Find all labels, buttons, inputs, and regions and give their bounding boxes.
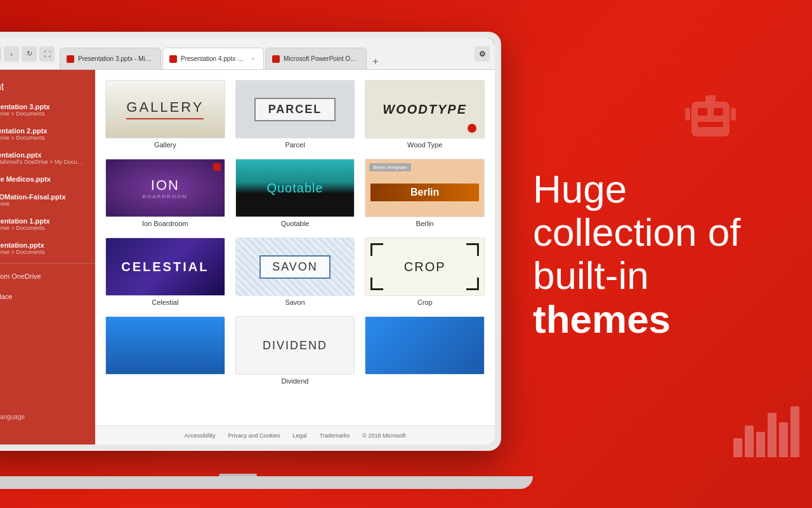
tab-new-button[interactable]: + (368, 54, 383, 69)
theme-thumb-gallery: GALLERY (105, 80, 225, 138)
settings-icon[interactable]: ⚙ (475, 46, 490, 62)
chart-deco (733, 406, 799, 457)
theme-name-celestial: Celestial (105, 298, 225, 306)
footer-link-3[interactable]: Legal (293, 432, 307, 439)
theme-item-quotable[interactable]: Quotable Quotable (235, 159, 355, 227)
theme-name-woodtype: Wood Type (365, 141, 485, 149)
theme-thumb-crop: CROP (365, 237, 485, 296)
theme-name-ion: Ion Boardroom (105, 220, 225, 227)
theme-dividend-text: DIVIDEND (263, 339, 327, 352)
headline-normal: Huge collection of built-in (533, 167, 740, 297)
theme-thumb-celestial: CELESTIAL (105, 237, 225, 296)
crop-corner-tl (370, 243, 383, 256)
theme-name-crop: Crop (365, 298, 485, 306)
headline-bold: themes (533, 297, 671, 340)
theme-item-savon[interactable]: SAVON Savon (235, 237, 355, 306)
theme-gallery-text: GALLERY (126, 99, 204, 119)
theme-thumb-quotable: Quotable (235, 159, 355, 217)
theme-item-celestial[interactable]: CELESTIAL Celestial (105, 237, 225, 306)
theme-item-dividend[interactable]: DIVIDEND Dividend (235, 316, 355, 385)
sidebar-divider (0, 263, 95, 264)
theme-thumb-blue2 (365, 316, 485, 375)
theme-parcel-box: PARCEL (254, 98, 336, 121)
sidebar-item-name-2: esentation 2.pptx (0, 127, 86, 135)
svg-rect-3 (698, 122, 723, 127)
theme-crop-text: CROP (404, 260, 446, 274)
sidebar-link-1[interactable]: n from OneDrive (0, 266, 95, 286)
browser-nav: ‹ › ↻ ⛶ (0, 46, 55, 62)
browser-tab-1[interactable]: Presentation 3.pptx - Microsoft PowerPoi… (60, 48, 161, 69)
sidebar-item-path-5: neDrive (0, 201, 86, 207)
sidebar-item-name-1: resentation 3.pptx (0, 103, 86, 110)
footer-link-1[interactable]: Accessibility (185, 432, 216, 439)
tab-label-1: Presentation 3.pptx - Microsoft PowerPoi… (78, 55, 154, 62)
theme-savon-text: SAVON (272, 260, 318, 273)
sidebar-item-5[interactable]: UTOMation-Faisal.pptx neDrive (0, 188, 95, 212)
theme-berlin-bar: Berlin (370, 184, 479, 201)
crop-corner-tr (466, 243, 479, 256)
svg-rect-2 (714, 108, 723, 116)
sidebar-item-7[interactable]: resentation.pptx neDrive > Documents (0, 236, 95, 260)
theme-ion-text: ION (143, 177, 188, 194)
sidebar-item-2[interactable]: esentation 2.pptx neDrive > Documents (0, 122, 95, 146)
nav-forward[interactable]: › (4, 46, 19, 62)
nav-back[interactable]: ‹ (0, 46, 1, 62)
theme-item-ion[interactable]: ION BOARDROOM Ion Boardroom (105, 159, 225, 227)
theme-item-gallery[interactable]: GALLERY Gallery (105, 80, 225, 149)
theme-woodtype-text: WOODTYPE (383, 102, 467, 117)
nav-fullscreen[interactable]: ⛶ (39, 46, 55, 62)
footer-link-4[interactable]: Trademarks (320, 432, 350, 439)
svg-rect-6 (705, 95, 716, 103)
footer-link-2[interactable]: Privacy and Cookies (228, 432, 280, 439)
theme-name-berlin: Berlin (365, 220, 485, 227)
theme-name-parcel: Parcel (235, 141, 355, 149)
svg-rect-4 (685, 108, 690, 121)
theme-name-quotable: Quotable (235, 220, 355, 227)
theme-thumb-savon: SAVON (235, 237, 355, 296)
theme-item-crop[interactable]: CROP Crop (365, 237, 485, 306)
theme-thumb-berlin: Berlin template Berlin (365, 159, 485, 217)
theme-berlin-label: Berlin template (369, 163, 410, 171)
headline-text: Huge collection of built-in themes (533, 168, 774, 341)
theme-item-blue1[interactable] (105, 316, 225, 385)
theme-thumb-parcel: PARCEL (235, 80, 355, 138)
tab-label-3: Microsoft PowerPoint Online - Work toget… (284, 55, 360, 62)
browser-tab-3[interactable]: Microsoft PowerPoint Online - Work toget… (265, 48, 367, 69)
theme-grid: GALLERY Gallery PARCEL Parcel (105, 80, 485, 385)
sidebar-item-path-2: neDrive > Documents (0, 135, 86, 141)
sidebar-item-path-7: neDrive > Documents (0, 249, 86, 255)
theme-ion-badge (213, 163, 221, 171)
theme-item-woodtype[interactable]: WOODTYPE Wood Type (365, 80, 485, 149)
browser-tab-2[interactable]: Presentation 4.pptx - Microsoft PowerPoi… (162, 48, 264, 69)
theme-ion-subtext: BOARDROOM (143, 194, 188, 199)
theme-item-berlin[interactable]: Berlin template Berlin Berlin (365, 159, 485, 227)
theme-name-savon: Savon (235, 298, 355, 306)
theme-berlin-bartext: Berlin (410, 187, 439, 198)
theme-item-blue2[interactable] (365, 316, 485, 385)
crop-corner-bl (370, 277, 383, 290)
sidebar-footer[interactable]: ge language (0, 408, 95, 425)
sidebar-link-2[interactable]: n place (0, 286, 95, 307)
theme-name-gallery: Gallery (105, 141, 225, 149)
sidebar-item-name-7: resentation.pptx (0, 241, 86, 249)
main-content: GALLERY Gallery PARCEL Parcel (95, 70, 495, 444)
sidebar-title: ent (0, 76, 95, 98)
theme-thumb-blue1 (105, 316, 225, 375)
nav-refresh[interactable]: ↻ (22, 46, 37, 62)
tab-close-2[interactable]: × (249, 55, 257, 63)
theme-quotable-text: Quotable (266, 181, 323, 196)
laptop-bezel: ‹ › ↻ ⛶ Presentation 3.pptx - Microsoft … (0, 38, 495, 444)
sidebar-item-3[interactable]: esentation.pptx of Mahmud's OneDrive > M… (0, 146, 95, 170)
browser-content: ent resentation 3.pptx neDrive > Documen… (0, 70, 495, 444)
sidebar-item-path-6: neDrive > Documents (0, 225, 86, 231)
sidebar: ent resentation 3.pptx neDrive > Documen… (0, 70, 95, 444)
theme-item-parcel[interactable]: PARCEL Parcel (235, 80, 355, 149)
tab-label-2: Presentation 4.pptx - Microsoft PowerPoi… (181, 55, 246, 62)
theme-celestial-text: CELESTIAL (121, 260, 209, 274)
sidebar-item-1[interactable]: resentation 3.pptx neDrive > Documents (0, 98, 95, 122)
sidebar-item-4[interactable]: ome Medicos.pptx (0, 170, 95, 188)
svg-rect-5 (731, 108, 736, 121)
sidebar-item-path-3: of Mahmud's OneDrive > My Documents (0, 159, 86, 165)
crop-corner-br (466, 277, 479, 290)
sidebar-item-6[interactable]: resentation 1.pptx neDrive > Documents (0, 212, 95, 236)
